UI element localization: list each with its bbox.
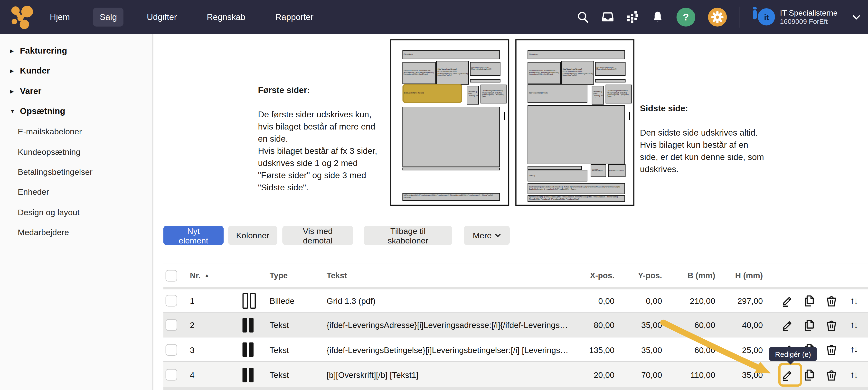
- expand-arrow-icon: ▼: [10, 108, 18, 114]
- sidebar-item-betalingsbetingelser[interactable]: Betalingsbetingelser: [0, 162, 152, 182]
- sidebar-item-label: Kunder: [20, 66, 50, 76]
- row-checkbox[interactable]: [165, 369, 177, 381]
- account-switcher[interactable]: it IT Specialisterne 1609009 ForEft: [753, 7, 838, 27]
- expand-arrow-icon: ▶: [10, 68, 18, 74]
- row-tekst: {ifdef-LeveringsBetingelse}[i]Leveringsb…: [327, 337, 579, 362]
- move-up-down-icon[interactable]: ↑↓: [846, 318, 861, 332]
- text-element-icon: [243, 367, 253, 382]
- table-row[interactable]: 4 Tekst [b][Overskrift][/b] [Tekst1] 20,…: [163, 361, 868, 388]
- company-name: IT Specialisterne: [780, 8, 838, 18]
- nav-item-rapporter[interactable]: Rapporter: [269, 8, 320, 27]
- col-nr[interactable]: Nr.: [190, 271, 201, 280]
- sidebar-item-enheder[interactable]: Enheder: [0, 182, 152, 202]
- col-x-pos[interactable]: X-pos.: [551, 263, 615, 288]
- preview-block: Betalingsbetingelser: [BetalingsBetingel…: [528, 183, 625, 194]
- row-type: Tekst: [270, 313, 289, 337]
- apps-grid-icon[interactable]: [627, 11, 639, 23]
- trash-icon[interactable]: [824, 318, 839, 332]
- preview-block: [Tekst2]: [528, 170, 587, 182]
- row-nr: 3: [190, 337, 195, 362]
- company-logo-icon: it: [753, 7, 775, 27]
- row-nr: 2: [190, 313, 195, 337]
- row-x: 135,00: [551, 337, 615, 362]
- trash-icon[interactable]: [824, 367, 839, 382]
- inbox-icon[interactable]: [602, 11, 614, 23]
- trash-icon[interactable]: [824, 293, 839, 308]
- sidebar-item-medarbejdere[interactable]: Medarbejdere: [0, 222, 152, 242]
- sidebar-item-kundeops-tning[interactable]: Kundeopsætning: [0, 142, 152, 162]
- preview-block: [403, 107, 500, 167]
- row-h: 35,00: [715, 362, 763, 388]
- row-y: 35,00: [615, 313, 662, 337]
- help-icon[interactable]: ?: [677, 8, 695, 27]
- company-org-number: 1609009 ForEft: [780, 18, 838, 26]
- settings-gear-icon[interactable]: [708, 8, 727, 27]
- economic-logo-icon[interactable]: [9, 4, 34, 30]
- table-row[interactable]: 3 Tekst {ifdef-LeveringsBetingelse}[i]Le…: [163, 337, 868, 362]
- nav-item-regnskab[interactable]: Regnskab: [200, 8, 252, 27]
- sidebar-item-label: Fakturering: [20, 46, 67, 56]
- nav-item-salg[interactable]: Salg: [93, 8, 123, 27]
- trash-icon[interactable]: [824, 343, 839, 357]
- copy-icon[interactable]: [802, 367, 816, 382]
- show-demo-values-button[interactable]: Vis med demotal: [282, 226, 353, 245]
- chevron-down-icon: [495, 233, 501, 237]
- chevron-down-icon[interactable]: [850, 11, 862, 23]
- col-h-mm[interactable]: H (mm): [715, 263, 763, 288]
- sidebar-item-ops-tning[interactable]: ▼Opsætning: [0, 101, 152, 121]
- preview-block: {ifdef-LeveringsAdresse}[i]Leveringsadre…: [436, 61, 469, 85]
- nav-item-udgifter[interactable]: Udgifter: [140, 8, 184, 27]
- move-up-down-icon[interactable]: ↑↓: [846, 367, 861, 382]
- row-checkbox[interactable]: [165, 295, 177, 306]
- row-y: 0,00: [615, 289, 662, 312]
- top-navbar: Hjem Salg Udgifter Regnskab Rapporter: [0, 0, 868, 34]
- col-b-mm[interactable]: B (mm): [662, 263, 715, 288]
- preview-block: [b][FirmaNavn][/b] - [FirmaAdresse1]{ifd…: [403, 193, 500, 201]
- preview-block: [403, 168, 500, 170]
- next-row-edge: [163, 387, 868, 390]
- table-row[interactable]: 1 Billede Grid 1.3 (pdf) 0,00 0,00 210,0…: [163, 289, 868, 312]
- sidebar-item-e-mailskabeloner[interactable]: E-mailskabeloner: [0, 122, 152, 141]
- sidebar-item-varer[interactable]: ▶Varer: [0, 81, 152, 101]
- nav-item-hjem[interactable]: Hjem: [43, 8, 76, 27]
- sidebar-item-label: Opsætning: [20, 106, 65, 117]
- move-up-down-icon[interactable]: ↑↓: [846, 293, 861, 308]
- sidebar-item-label: Design og layout: [18, 207, 80, 217]
- sidebar-item-label: Enheder: [18, 187, 49, 197]
- preview-block: {ifdef-LeveringsAdresse}[i]Leveringsadre…: [561, 61, 594, 85]
- row-b: 60,00: [662, 313, 715, 337]
- col-y-pos[interactable]: Y-pos.: [615, 263, 662, 288]
- preview-block: : [FakturaNr]{ifdef-OrdreNr} : [OrdreNr]…: [606, 85, 631, 104]
- sidebar-item-design-og-layout[interactable]: Design og layout: [0, 202, 152, 222]
- row-checkbox[interactable]: [165, 344, 177, 355]
- sidebar-item-kunder[interactable]: ▶Kunder: [0, 61, 152, 81]
- row-tekst: {ifdef-LeveringsAdresse}[i]Leveringsadre…: [327, 313, 579, 337]
- row-tekst: [b][Overskrift][/b] [Tekst1]: [327, 362, 579, 388]
- search-icon[interactable]: [577, 11, 589, 23]
- col-tekst[interactable]: Tekst: [327, 263, 579, 288]
- columns-button[interactable]: Kolonner: [228, 226, 277, 245]
- sidebar-item-fakturering[interactable]: ▶Fakturering: [0, 41, 152, 61]
- table-row[interactable]: 2 Tekst {ifdef-LeveringsAdresse}[i]Lever…: [163, 312, 868, 338]
- copy-icon[interactable]: [802, 318, 816, 332]
- preview-block: [b][KundeNavn][/b] [KundeAdresse] [Kunde…: [403, 62, 436, 84]
- edit-pencil-icon[interactable]: [780, 318, 795, 332]
- back-to-templates-button[interactable]: Tilbage til skabeloner: [364, 226, 452, 245]
- move-up-down-icon[interactable]: ↑↓: [846, 343, 861, 357]
- row-tekst: Grid 1.3 (pdf): [327, 289, 579, 312]
- edit-tooltip: Redigér (e): [769, 347, 817, 361]
- col-type[interactable]: Type: [270, 263, 288, 288]
- new-element-button[interactable]: Nyt element: [163, 226, 224, 245]
- select-all-checkbox[interactable]: [165, 270, 177, 282]
- preview-block: Fakturanr. [...]{ifdef- OrdreNr}Ordrenr.…: [592, 86, 604, 104]
- preview-block: [470, 79, 501, 83]
- bell-icon[interactable]: [651, 11, 664, 23]
- row-y: 70,00: [615, 362, 662, 388]
- copy-icon[interactable]: [802, 293, 816, 308]
- edit-pencil-icon[interactable]: [780, 293, 795, 308]
- more-button[interactable]: Mere: [464, 226, 510, 245]
- row-checkbox[interactable]: [165, 319, 177, 331]
- row-b: 210,00: [662, 289, 715, 312]
- navbar-right-group: ? it: [577, 0, 862, 34]
- navbar-divider: [740, 7, 740, 28]
